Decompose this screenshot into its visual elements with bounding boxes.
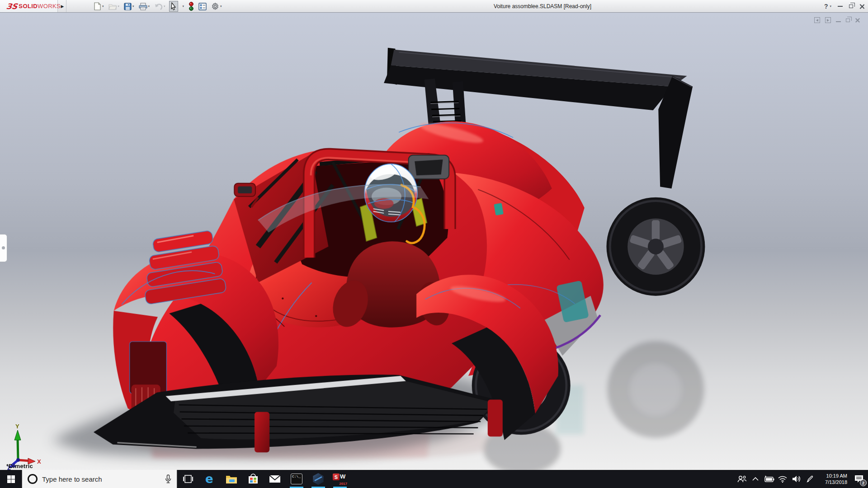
hexagon-app-icon <box>312 473 324 485</box>
new-document-icon <box>94 2 101 10</box>
select-tool-dropdown[interactable]: ▾ <box>181 3 185 9</box>
rebuild-traffic-light-icon <box>189 2 194 11</box>
assembly-render[interactable] <box>0 13 868 470</box>
action-center-button[interactable]: 2 <box>850 470 868 488</box>
feature-manager-collapsed-tab[interactable] <box>0 234 7 262</box>
taskbar-apps: e <box>177 470 351 488</box>
menu-flyout-arrow[interactable]: ▶ <box>59 0 66 12</box>
search-input[interactable] <box>42 475 160 483</box>
print-button[interactable]: ▾ <box>138 1 151 12</box>
solidworks-taskbar-button[interactable]: S W 2017 <box>329 470 351 488</box>
command-prompt-button[interactable]: C:\_ <box>286 470 307 488</box>
help-button[interactable]: ? <box>824 3 828 10</box>
pen-icon <box>806 475 814 483</box>
show-hidden-icons-button[interactable] <box>749 470 762 488</box>
restore-icon[interactable] <box>849 5 853 8</box>
collapse-pane-left-icon[interactable] <box>814 17 820 23</box>
wifi-icon <box>778 476 787 483</box>
undo-arrow-icon <box>154 3 163 10</box>
battery-charging-icon <box>764 476 774 482</box>
solidworks-window: ЗS SOLIDWORKS ▶ ▾ ▾ <box>0 0 868 488</box>
system-tray: 10:19 AM 7/13/2018 2 <box>735 470 868 488</box>
rebuild-button[interactable] <box>188 0 195 12</box>
select-cursor-icon <box>170 2 177 10</box>
store-button[interactable] <box>242 470 264 488</box>
solidworks-logo: ЗS SOLIDWORKS <box>0 0 58 12</box>
edge-icon: e <box>203 473 216 485</box>
window-controls: ? ▾ <box>824 0 864 12</box>
logo-text-works: WORKS <box>38 3 61 9</box>
title-bar: ЗS SOLIDWORKS ▶ ▾ ▾ <box>0 0 868 13</box>
speaker-icon <box>792 475 801 483</box>
taskbar-search[interactable] <box>22 470 177 488</box>
ds-logo-mark-icon: ЗS <box>6 2 18 11</box>
triad-x-label: X <box>37 458 41 465</box>
clock-time: 10:19 AM <box>818 473 847 479</box>
wifi-button[interactable] <box>776 470 789 488</box>
rear-wheel[interactable] <box>606 197 705 296</box>
windows-ink-button[interactable] <box>803 470 816 488</box>
select-tool-button[interactable] <box>169 1 178 12</box>
start-button[interactable] <box>0 470 22 488</box>
mail-button[interactable] <box>264 470 286 488</box>
view-orientation-label: *Dimetric <box>6 463 33 469</box>
battery-button[interactable] <box>762 470 776 488</box>
graphics-viewport[interactable]: Y X Z *Dimetric <box>0 13 868 470</box>
solidworks-2017-icon: S W 2017 <box>333 472 347 486</box>
open-button[interactable]: ▾ <box>108 1 121 11</box>
quick-access-toolbar: ▾ ▾ ▾ <box>93 0 226 13</box>
undo-button[interactable]: ▾ <box>153 2 166 11</box>
display-pane-button[interactable] <box>198 1 208 12</box>
document-window-controls <box>814 17 860 23</box>
microphone-icon[interactable] <box>165 474 171 483</box>
volume-button[interactable] <box>789 470 803 488</box>
save-floppy-icon <box>124 3 132 10</box>
doc-restore-icon[interactable] <box>846 19 850 22</box>
taskbar: e <box>0 470 868 488</box>
print-icon <box>139 3 147 10</box>
triad-y-label: Y <box>15 423 19 430</box>
notification-badge: 2 <box>860 479 867 486</box>
file-explorer-icon <box>226 474 237 484</box>
people-icon <box>737 475 746 483</box>
clock-date: 7/13/2018 <box>818 479 847 485</box>
svg-text:e: e <box>205 473 213 485</box>
options-button[interactable]: ▾ <box>210 1 223 12</box>
task-view-icon <box>183 475 193 483</box>
mail-icon <box>269 474 281 483</box>
taskbar-clock[interactable]: 10:19 AM 7/13/2018 <box>818 473 847 485</box>
save-button[interactable]: ▾ <box>123 1 135 12</box>
collapse-pane-right-icon[interactable] <box>825 17 831 23</box>
cortana-icon[interactable] <box>28 474 38 484</box>
close-icon[interactable] <box>859 4 864 9</box>
minimize-icon[interactable] <box>838 6 843 7</box>
task-view-button[interactable] <box>177 470 199 488</box>
people-button[interactable] <box>735 470 749 488</box>
doc-minimize-icon[interactable] <box>836 21 841 22</box>
logo-text-solid: SOLID <box>19 3 38 9</box>
display-pane-list-icon <box>198 3 207 10</box>
edrawings-button[interactable] <box>307 470 329 488</box>
file-explorer-button[interactable] <box>221 470 242 488</box>
edge-button[interactable]: e <box>199 470 221 488</box>
open-folder-icon <box>108 3 117 10</box>
command-prompt-icon: C:\_ <box>291 474 302 484</box>
windows-logo-icon <box>7 475 15 483</box>
doc-close-icon[interactable] <box>855 18 860 23</box>
options-gear-icon <box>211 2 219 10</box>
document-title: Voiture assomblee.SLDASM [Read-only] <box>452 0 633 12</box>
store-icon <box>248 474 259 484</box>
chevron-up-icon <box>752 477 759 481</box>
new-document-button[interactable]: ▾ <box>93 1 105 12</box>
help-dropdown[interactable]: ▾ <box>830 5 831 8</box>
